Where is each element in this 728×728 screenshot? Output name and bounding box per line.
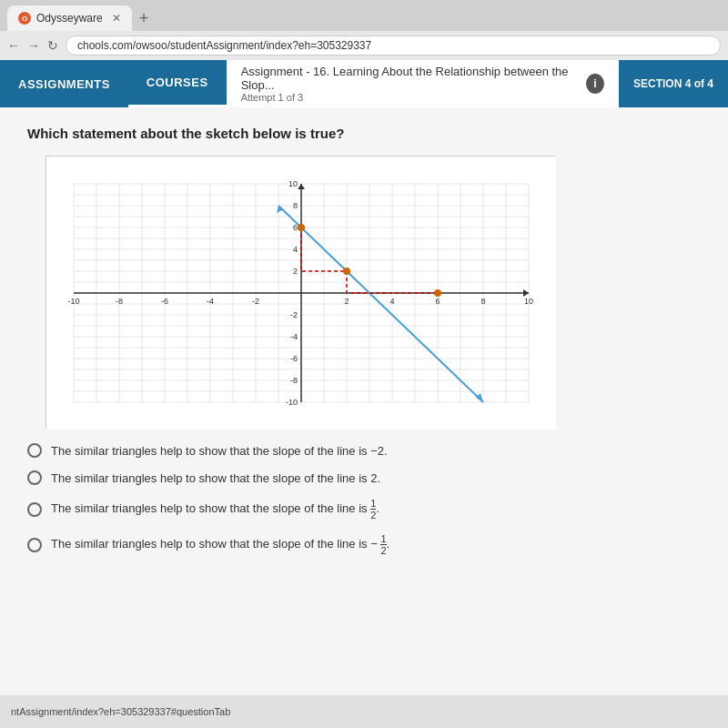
browser-chrome: O Odysseyware ✕ + ← → ↻ chools.com/owsoo… [0,0,728,60]
assignment-text: Assignment - 16. Learning About the Rela… [241,65,575,103]
address-bar: ← → ↻ chools.com/owsoo/studentAssignment… [0,31,728,60]
fraction-d: 1 2 [380,533,386,556]
forward-button[interactable]: → [27,38,40,53]
app-header: ASSIGNMENTS COURSES Assignment - 16. Lea… [0,60,728,107]
info-icon[interactable]: i [586,74,604,94]
answer-option-d[interactable]: The similar triangles help to show that … [27,533,701,556]
assignment-title: Assignment - 16. Learning About the Rela… [241,65,575,92]
assignment-attempt: Attempt 1 of 3 [241,92,575,103]
answer-a-text: The similar triangles help to show that … [51,444,388,458]
answer-option-c[interactable]: The similar triangles help to show that … [27,498,701,521]
answer-options: The similar triangles help to show that … [27,443,701,556]
answer-option-b[interactable]: The similar triangles help to show that … [27,470,701,485]
graph-container [46,156,555,429]
tab-title: Odysseyware [36,12,103,25]
new-tab-button[interactable]: + [139,9,149,28]
tab-close-button[interactable]: ✕ [112,12,121,25]
fraction-c: 1 2 [370,498,376,521]
radio-a[interactable] [27,443,42,458]
answer-b-text: The similar triangles help to show that … [51,471,380,485]
status-bar: ntAssignment/index?eh=305329337#question… [0,695,728,728]
courses-nav[interactable]: COURSES [128,60,227,107]
back-button[interactable]: ← [7,38,20,53]
answer-option-a[interactable]: The similar triangles help to show that … [27,443,701,458]
radio-c[interactable] [27,502,42,517]
main-content: Which statement about the sketch below i… [0,107,728,695]
question-text: Which statement about the sketch below i… [27,126,701,141]
graph-canvas [46,157,556,430]
assignments-nav[interactable]: ASSIGNMENTS [0,60,128,107]
radio-b[interactable] [27,470,42,485]
tab-bar: O Odysseyware ✕ + [0,0,728,31]
tab-favicon: O [18,12,31,25]
answer-d-text: The similar triangles help to show that … [51,533,389,556]
answer-c-text: The similar triangles help to show that … [51,498,379,521]
section-label: SECTION 4 of 4 [619,77,728,90]
status-url: ntAssignment/index?eh=305329337#question… [11,706,230,717]
browser-tab[interactable]: O Odysseyware ✕ [7,5,132,31]
assignment-info-bar: Assignment - 16. Learning About the Rela… [227,60,619,107]
address-input[interactable]: chools.com/owsoo/studentAssignment/index… [66,35,721,56]
reload-button[interactable]: ↻ [47,38,58,53]
radio-d[interactable] [27,538,42,552]
